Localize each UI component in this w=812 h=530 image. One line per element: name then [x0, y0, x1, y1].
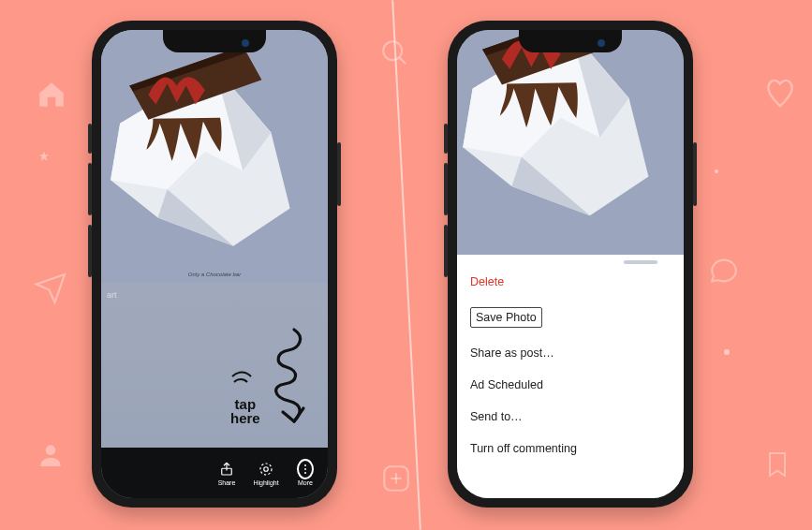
- tap-here-annotation: tap here: [227, 324, 320, 446]
- more-label: More: [298, 479, 313, 486]
- star-icon: [37, 150, 51, 163]
- sheet-item-ad-scheduled[interactable]: Ad Scheduled: [457, 369, 684, 401]
- story-view: Only a Chocolate bar art tap here: [101, 30, 328, 498]
- svg-point-10: [260, 464, 272, 475]
- story-photo: Only a Chocolate bar: [101, 30, 328, 283]
- sheet-item-turn-off-commenting[interactable]: Turn off commenting: [457, 433, 684, 464]
- sheet-item-save-photo[interactable]: Save Photo: [457, 298, 684, 337]
- svg-point-0: [383, 41, 402, 60]
- chocolate-bar-illustration: [457, 30, 684, 255]
- search-icon: [379, 37, 411, 69]
- share-button[interactable]: Share: [212, 461, 242, 486]
- divider: [391, 0, 421, 529]
- phone-notch: [163, 30, 266, 52]
- save-photo-label: Save Photo: [470, 307, 542, 328]
- add-icon: [380, 463, 412, 494]
- dot-icon: [714, 169, 719, 174]
- svg-line-1: [399, 57, 406, 64]
- tap-label-line1: tap: [230, 397, 260, 411]
- action-sheet: Delete Save Photo Share as post… Ad Sche…: [457, 255, 684, 498]
- highlight-button[interactable]: Highlight: [251, 461, 281, 486]
- tap-label-line2: here: [230, 411, 260, 425]
- share-icon: [218, 461, 235, 478]
- svg-point-2: [46, 445, 56, 455]
- comment-icon: [708, 255, 740, 287]
- send-icon: [34, 272, 67, 305]
- story-bottombar: Share Highlight More: [101, 448, 328, 498]
- phone-mockup-right: Delete Save Photo Share as post… Ad Sche…: [448, 21, 693, 508]
- user-icon: [36, 440, 66, 470]
- chocolate-bar-illustration: [101, 30, 328, 283]
- bookmark-icon: [762, 449, 792, 479]
- dot-icon: [723, 348, 731, 356]
- more-icon: [297, 459, 314, 479]
- story-text: art: [107, 290, 117, 300]
- sheet-item-send-to[interactable]: Send to…: [457, 401, 684, 433]
- svg-point-11: [264, 466, 269, 471]
- phone-notch: [519, 30, 622, 52]
- highlight-label: Highlight: [253, 479, 278, 486]
- photo-caption: Only a Chocolate bar: [101, 272, 328, 277]
- highlight-icon: [258, 461, 274, 478]
- sheet-view: Delete Save Photo Share as post… Ad Sche…: [457, 30, 684, 498]
- svg-point-7: [715, 169, 718, 173]
- home-icon: [36, 79, 67, 110]
- heart-icon: [762, 75, 798, 110]
- share-label: Share: [218, 479, 236, 486]
- sheet-item-share-as-post[interactable]: Share as post…: [457, 337, 684, 369]
- story-photo-cropped: [457, 30, 684, 255]
- sheet-handle[interactable]: [624, 260, 657, 264]
- svg-point-6: [724, 349, 730, 355]
- phone-mockup-left: Only a Chocolate bar art tap here: [92, 21, 337, 508]
- sheet-item-delete[interactable]: Delete: [457, 266, 684, 298]
- more-button[interactable]: More: [290, 461, 320, 486]
